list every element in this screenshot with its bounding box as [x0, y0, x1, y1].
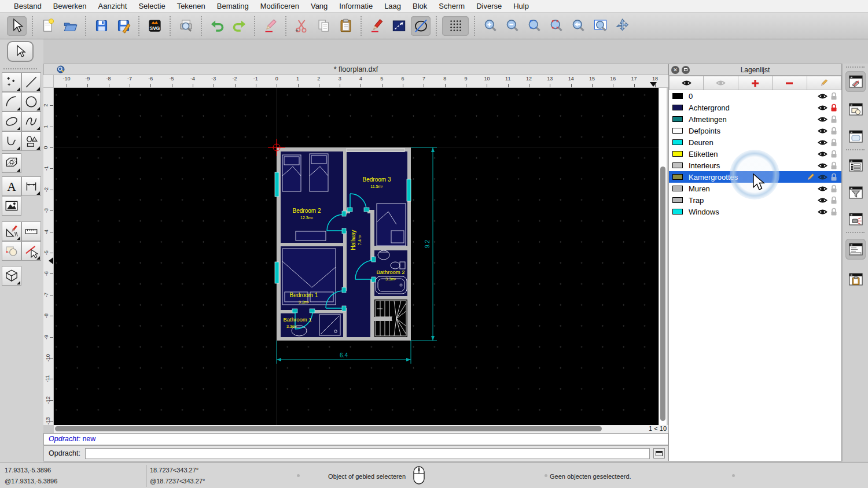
command-history-panel-toggle-button[interactable] [845, 239, 866, 260]
zoom-previous-button[interactable] [568, 16, 588, 36]
horizontal-scrollbar-thumb[interactable] [55, 426, 602, 431]
layer-lock-toggle[interactable] [829, 196, 839, 205]
layer-lock-toggle[interactable] [829, 115, 839, 124]
library-browser-panel-toggle-button[interactable] [845, 209, 866, 230]
command-window-toggle-button[interactable] [653, 448, 665, 459]
vertical-scrollbar-thumb[interactable] [660, 167, 665, 421]
command-input[interactable] [85, 448, 650, 459]
selection-filter-panel-toggle-button[interactable] [845, 182, 866, 203]
line-tool-button[interactable] [21, 72, 41, 92]
layer-row-trap[interactable]: Trap [669, 194, 841, 206]
pen-edit-button[interactable] [367, 16, 387, 36]
menu-vang[interactable]: Vang [305, 0, 333, 13]
modify-selection-tool-button[interactable] [21, 241, 41, 261]
view-list-panel-toggle-button[interactable] [845, 126, 866, 147]
zoom-auto-button[interactable] [524, 16, 544, 36]
layer-visibility-toggle[interactable] [816, 127, 829, 135]
zoom-in-button[interactable] [480, 16, 500, 36]
print-preview-button[interactable] [176, 16, 196, 36]
new-document-button[interactable] [38, 16, 58, 36]
layer-visibility-toggle[interactable] [816, 116, 829, 123]
layer-row-windows[interactable]: Windows [669, 206, 841, 217]
image-tool-button[interactable] [2, 196, 21, 216]
menu-scherm[interactable]: Scherm [433, 0, 470, 13]
svg-export-button[interactable]: SVG [145, 16, 164, 36]
layer-visibility-toggle[interactable] [816, 185, 829, 193]
vertical-scrollbar[interactable] [659, 88, 667, 425]
paste-button[interactable] [336, 16, 355, 36]
shapes-tool-button[interactable] [21, 131, 41, 151]
menu-modificeren[interactable]: Modificeren [255, 0, 305, 13]
layer-row-etiketten[interactable]: Etiketten [669, 148, 841, 160]
order-tool-button[interactable] [2, 241, 21, 261]
layer-lock-toggle[interactable] [829, 208, 839, 216]
pan-button[interactable] [612, 16, 632, 36]
measure-tool-button[interactable] [21, 221, 41, 241]
layer-lock-toggle[interactable] [829, 92, 839, 101]
text-tool-button[interactable]: A [2, 176, 21, 196]
layer-visibility-toggle[interactable] [816, 93, 829, 100]
points-tool-button[interactable] [2, 72, 21, 92]
layer-visibility-toggle[interactable] [816, 173, 829, 181]
show-all-layers-button[interactable] [669, 76, 704, 90]
sidebar-drag-handle[interactable] [846, 66, 865, 68]
menu-tekenen[interactable]: Tekenen [171, 0, 211, 13]
layer-lock-toggle[interactable] [829, 184, 839, 193]
isometric-view-button[interactable] [411, 16, 431, 36]
delete-entities-button[interactable] [260, 16, 280, 36]
layer-lock-toggle[interactable] [829, 103, 839, 112]
layer-row-kamergroottes[interactable]: Kamergroottes [669, 171, 841, 183]
sidebar-drag-handle[interactable] [846, 149, 865, 150]
layer-visibility-toggle[interactable] [816, 150, 829, 158]
save-as-button[interactable] [113, 16, 133, 36]
zoom-out-button[interactable] [502, 16, 522, 36]
redo-button[interactable] [229, 16, 249, 36]
horizontal-scrollbar[interactable]: 1 < 10 [54, 425, 668, 433]
cut-button[interactable] [292, 16, 311, 36]
layer-lock-toggle[interactable] [829, 173, 839, 182]
menu-blok[interactable]: Blok [407, 0, 433, 13]
menu-bestand[interactable]: Bestand [8, 0, 47, 13]
copy-button[interactable] [314, 16, 333, 36]
arc-tool-button[interactable] [2, 92, 21, 112]
palette-drag-handle[interactable] [3, 68, 37, 69]
zoom-window-button[interactable] [590, 16, 610, 36]
add-layer-button[interactable] [738, 76, 773, 90]
draw-tools-tool-button[interactable] [2, 221, 21, 241]
menu-aanzicht[interactable]: Aanzicht [93, 0, 133, 13]
ellipse-tool-button[interactable] [2, 112, 21, 131]
property-editor-panel-toggle-button[interactable] [845, 155, 866, 176]
layer-lock-toggle[interactable] [829, 150, 839, 158]
menu-laag[interactable]: Laag [378, 0, 407, 13]
menu-diverse[interactable]: Diverse [470, 0, 507, 13]
layer-visibility-toggle[interactable] [816, 197, 829, 204]
menu-selectie[interactable]: Selectie [133, 0, 171, 13]
selection-arrow-button[interactable] [7, 41, 34, 62]
layer-row-muren[interactable]: Muren [669, 183, 841, 194]
menu-informatie[interactable]: Informatie [333, 0, 378, 13]
selection-pointer-button[interactable] [7, 16, 27, 36]
zoom-selection-button[interactable] [546, 16, 566, 36]
layer-row-defpoints[interactable]: Defpoints [669, 125, 841, 136]
circle-tool-button[interactable] [21, 92, 41, 112]
remove-layer-button[interactable] [773, 76, 807, 90]
menu-bewerken[interactable]: Bewerken [47, 0, 93, 13]
sidebar-drag-handle[interactable] [846, 232, 865, 233]
layer-visibility-toggle[interactable] [816, 139, 829, 146]
layer-lock-toggle[interactable] [829, 138, 839, 147]
layer-row-achtergrond[interactable]: Achtergrond [669, 102, 841, 113]
edit-layer-button[interactable] [807, 76, 841, 90]
block-list-panel-toggle-button[interactable] [845, 99, 866, 120]
layer-row-0[interactable]: 0 [669, 90, 841, 102]
open-file-button[interactable] [60, 16, 80, 36]
hide-all-layers-button[interactable] [704, 76, 738, 90]
hatch-tool-button[interactable] [2, 153, 21, 173]
polyline-tool-button[interactable] [2, 131, 21, 151]
layer-visibility-toggle[interactable] [816, 104, 829, 112]
layer-visibility-toggle[interactable] [816, 162, 829, 169]
layer-row-deuren[interactable]: Deuren [669, 136, 841, 148]
layer-row-afmetingen[interactable]: Afmetingen [669, 113, 841, 125]
menu-hulp[interactable]: Hulp [507, 0, 535, 13]
grid-toggle-button[interactable] [442, 16, 469, 36]
line-pattern-button[interactable] [389, 16, 409, 36]
